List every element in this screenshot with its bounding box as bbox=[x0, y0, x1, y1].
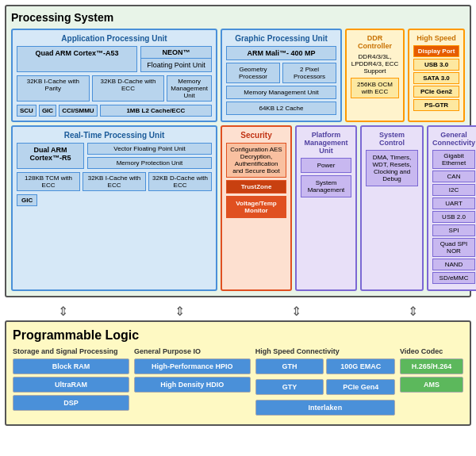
gc-quad-spi: Quad SPI NOR bbox=[432, 238, 475, 257]
rpu-gic: GIC bbox=[17, 194, 37, 206]
pl-columns: Storage and Signal Processing Block RAM … bbox=[13, 347, 463, 418]
rpu-row1: Dual ARM Cortex™-R5 Vector Floating Poin… bbox=[17, 143, 212, 169]
pl-hs-row2: GTY PCIe Gen4 bbox=[255, 379, 395, 397]
rpu-tcm: 128KB TCM with ECC bbox=[17, 172, 80, 191]
pl-hdio: High Density HDIO bbox=[134, 377, 251, 393]
arrow-3: ⇕ bbox=[291, 304, 301, 319]
dcache-box: 32KB D-Cache with ECC bbox=[92, 75, 165, 102]
ps-top-row: Application Processing Unit Quad ARM Cor… bbox=[11, 29, 465, 122]
rpu-row2: 128KB TCM with ECC 32KB I-Cache with ECC… bbox=[17, 172, 212, 191]
gpu-geometry: Geometry Processor bbox=[226, 63, 280, 83]
apu-row2: 32KB I-Cache with Parity 32KB D-Cache wi… bbox=[17, 75, 212, 102]
pl-100g-emac: 100G EMAC bbox=[326, 358, 395, 374]
apu-row1: Quad ARM Cortex™-A53 NEON™ Floating Poin… bbox=[17, 46, 212, 72]
rpu-dcache: 32KB D-Cache with ECC bbox=[148, 172, 212, 191]
cortex-box: Quad ARM Cortex™-A53 bbox=[17, 46, 137, 72]
icache-box: 32KB I-Cache with Parity bbox=[17, 75, 90, 102]
pl-gp-title: General Purpose IO bbox=[134, 347, 251, 355]
sc-content: DMA, Timers, WDT, Resets, Clocking and D… bbox=[366, 150, 418, 186]
arrows-row: ⇕ ⇕ ⇕ ⇕ bbox=[5, 302, 471, 320]
hs-usb30: USB 3.0 bbox=[413, 59, 459, 71]
pmu-power: Power bbox=[301, 158, 351, 173]
l2cache-box: 1MB L2 Cache/ECC bbox=[100, 105, 212, 117]
gpu-l2cache: 64KB L2 Cache bbox=[226, 102, 336, 115]
rpu-right: Vector Floating Point Unit Memory Protec… bbox=[87, 143, 212, 169]
gpu-box: Graphic Processing Unit ARM Mali™- 400 M… bbox=[221, 29, 342, 122]
pmu-box: Platform Management Unit Power System Ma… bbox=[295, 125, 357, 291]
apu-box: Application Processing Unit Quad ARM Cor… bbox=[11, 29, 217, 122]
gpu-arm: ARM Mali™- 400 MP bbox=[226, 46, 336, 60]
scu-box: SCU bbox=[17, 105, 36, 117]
gc-i2c: I2C bbox=[432, 184, 475, 196]
sc-title: System Control bbox=[366, 131, 418, 147]
pl-hs-title: High Speed Connectivity bbox=[255, 347, 395, 355]
pmu-title: Platform Management Unit bbox=[301, 131, 351, 155]
pl-h265-h264: H.265/H.264 bbox=[400, 358, 463, 374]
sc-box: System Control DMA, Timers, WDT, Resets,… bbox=[360, 125, 424, 291]
neon-fpu-box: NEON™ Floating Point Unit bbox=[140, 46, 212, 72]
pl-gth: GTH bbox=[255, 358, 324, 374]
gpu-pixel: 2 Pixel Processors bbox=[282, 63, 336, 83]
pl-ams: AMS bbox=[400, 377, 463, 393]
ccismmu-box: CCI/SMMU bbox=[59, 105, 97, 117]
gc-box: General Connectivity Gigabit Ethernet CA… bbox=[427, 125, 476, 291]
arrow-1: ⇕ bbox=[58, 304, 68, 319]
security-title: Security bbox=[226, 131, 286, 140]
mpu-box: Memory Protection Unit bbox=[87, 157, 212, 169]
pl-hs-row1: GTH 100G EMAC bbox=[255, 358, 395, 377]
main-container: Processing System Application Processing… bbox=[0, 0, 476, 431]
pl-pcie-gen4: PCIe Gen4 bbox=[326, 379, 395, 395]
arrow-2: ⇕ bbox=[175, 304, 185, 319]
gc-nand: NAND bbox=[432, 259, 475, 270]
gc-sd-emmc: SD/eMMC bbox=[432, 272, 475, 284]
fpu-label: Floating Point Unit bbox=[141, 59, 211, 71]
pmu-system: System Management bbox=[301, 175, 351, 197]
rpu-cortex: Dual ARM Cortex™-R5 bbox=[17, 143, 84, 169]
rpu-icache: 32KB I-Cache with ECC bbox=[83, 172, 146, 191]
pl-interlaken: Interlaken bbox=[255, 400, 395, 416]
rpu-row3: GIC bbox=[17, 194, 212, 206]
arrow-4: ⇕ bbox=[408, 304, 418, 319]
gpu-row: Geometry Processor 2 Pixel Processors bbox=[226, 63, 336, 83]
gc-can: CAN bbox=[432, 171, 475, 182]
ddr-ocm: 256KB OCM with ECC bbox=[351, 78, 399, 98]
hs-pcie-gen2: PCIe Gen2 bbox=[413, 86, 459, 98]
gc-gigabit: Gigabit Ethernet bbox=[432, 150, 475, 169]
rpu-box: Real-Time Processing Unit Dual ARM Corte… bbox=[11, 125, 217, 291]
pl-title: Programmable Logic bbox=[13, 328, 463, 343]
apu-title: Application Processing Unit bbox=[17, 34, 212, 43]
gpu-title: Graphic Processing Unit bbox=[226, 34, 336, 43]
gic-box: GIC bbox=[39, 105, 56, 117]
pl-gty: GTY bbox=[255, 379, 324, 395]
gc-uart: UART bbox=[432, 197, 475, 209]
gc-spi: SPI bbox=[432, 224, 475, 236]
security-vtm: Voltage/Temp Monitor bbox=[226, 196, 286, 218]
gpu-mmu: Memory Management Unit bbox=[226, 86, 336, 99]
security-box: Security Configuration AES Decryption, A… bbox=[221, 125, 292, 291]
gc-usb20: USB 2.0 bbox=[432, 211, 475, 223]
rpu-title: Real-Time Processing Unit bbox=[17, 131, 212, 140]
pl-block-ram: Block RAM bbox=[13, 358, 129, 374]
processing-system: Processing System Application Processing… bbox=[5, 5, 471, 297]
security-tz: TrustZone bbox=[226, 180, 286, 194]
apu-row3: SCU GIC CCI/SMMU 1MB L2 Cache/ECC bbox=[17, 105, 212, 117]
pl-vc-title: Video Codec bbox=[400, 347, 463, 355]
pl-hs-col: High Speed Connectivity GTH 100G EMAC GT… bbox=[255, 347, 395, 418]
pl-storage-col: Storage and Signal Processing Block RAM … bbox=[13, 347, 129, 418]
ddr-box: DDR Controller DDR4/3/3L, LPDDR4/3, ECC … bbox=[345, 29, 405, 122]
gc-title: General Connectivity bbox=[432, 131, 475, 147]
pl-storage-title: Storage and Signal Processing bbox=[13, 347, 129, 355]
processing-system-title: Processing System bbox=[11, 11, 465, 24]
hs-display-port: Display Port bbox=[413, 45, 459, 57]
ps-bottom-row: Real-Time Processing Unit Dual ARM Corte… bbox=[11, 125, 465, 291]
vfpu-box: Vector Floating Point Unit bbox=[87, 143, 212, 155]
ddr-title: DDR Controller bbox=[351, 34, 399, 50]
hs-sata30: SATA 3.0 bbox=[413, 72, 459, 84]
ddr-content: DDR4/3/3L, LPDDR4/3, ECC Support bbox=[351, 53, 399, 75]
mmu-box: Memory Management Unit bbox=[167, 75, 212, 102]
hs-title: High Speed bbox=[413, 34, 459, 42]
pl-vc-col: Video Codec H.265/H.264 AMS bbox=[400, 347, 463, 418]
pl-dsp: DSP bbox=[13, 395, 129, 411]
neon-label: NEON™ bbox=[141, 47, 211, 59]
pl-container: Programmable Logic Storage and Signal Pr… bbox=[5, 320, 471, 426]
